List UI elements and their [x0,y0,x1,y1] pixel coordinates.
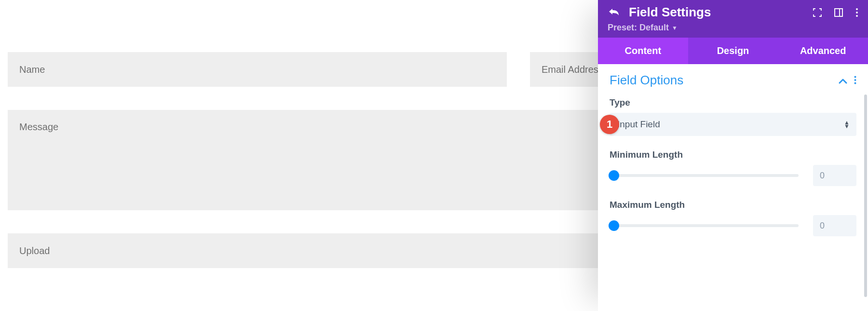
max-length-slider[interactable] [610,224,799,227]
tab-content-label: Content [625,45,662,56]
chevron-down-icon: ▼ [672,25,678,31]
max-length-input[interactable]: 0 [813,215,856,236]
chevron-up-icon [839,73,847,88]
min-length-slider[interactable] [610,174,799,177]
tab-design-label: Design [717,45,749,56]
upload-field-placeholder: Upload [19,245,50,257]
type-select-value: Input Field [617,119,660,130]
tab-content[interactable]: Content [598,38,688,64]
tab-design[interactable]: Design [688,38,778,64]
svg-point-3 [856,12,858,14]
min-length-slider-thumb[interactable] [609,170,619,181]
max-length-value: 0 [820,221,825,231]
min-length-label: Minimum Length [610,149,856,160]
name-field[interactable]: Name [8,52,507,87]
app-root: Name Email Address Message Upload Field … [0,0,868,311]
annotation-badge-1: 1 [600,115,619,134]
preset-selector[interactable]: Preset: Default ▼ [608,23,858,33]
preset-label: Preset: Default [608,23,669,33]
panel-scrollbar[interactable] [864,95,867,297]
svg-point-2 [856,8,858,10]
annotation-badge-number: 1 [607,118,612,131]
max-length-row: 0 [610,215,856,236]
max-length-label: Maximum Length [610,200,856,210]
more-icon[interactable] [855,8,858,17]
section-field-options[interactable]: Field Options [610,73,856,88]
message-field-placeholder: Message [19,122,58,132]
settings-panel: Field Settings Preset: Default ▼ [598,0,868,311]
type-select-wrap: 1 Input Field ▲▼ [610,113,856,136]
name-field-placeholder: Name [19,64,45,75]
panel-body: Field Options Type 1 Input Field [598,64,868,311]
svg-point-7 [854,82,856,84]
layout-icon[interactable] [834,8,843,17]
svg-point-4 [856,15,858,17]
email-field-placeholder: Email Address [542,64,603,75]
max-length-slider-thumb[interactable] [609,220,619,231]
tab-advanced-label: Advanced [800,45,846,56]
svg-point-6 [854,79,856,81]
section-more-icon[interactable] [854,73,856,88]
tab-advanced[interactable]: Advanced [778,38,868,64]
min-length-value: 0 [820,171,825,181]
min-length-row: 0 [610,165,856,186]
min-length-input[interactable]: 0 [813,165,856,186]
panel-tabs: Content Design Advanced [598,38,868,64]
sort-icon: ▲▼ [844,121,850,128]
section-title: Field Options [610,73,683,88]
panel-header: Field Settings Preset: Default ▼ [598,0,868,38]
svg-point-5 [854,76,856,78]
undo-icon[interactable] [608,7,620,18]
type-label: Type [610,97,856,108]
expand-icon[interactable] [813,8,822,17]
type-select[interactable]: Input Field [610,113,856,136]
svg-rect-0 [835,9,842,16]
panel-title: Field Settings [629,5,804,20]
